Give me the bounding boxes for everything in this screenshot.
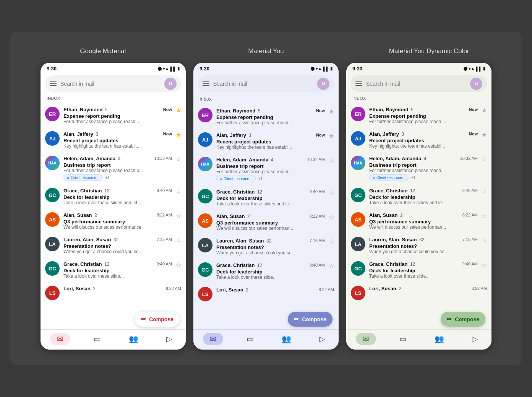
mail-item-1-7[interactable]: GC Grace, Christian 12 9:40 AM Deck for …	[41, 257, 186, 282]
bottom-nav-3: ✉ ▭ 👥 ▷	[346, 329, 491, 350]
nav-video-icon-1: ▷	[166, 334, 172, 343]
mail-time-3-8: 8:22 AM	[472, 286, 487, 291]
mail-item-3-3[interactable]: HAA Helen, Adam, Amanda 4 10:32 AM Busin…	[346, 152, 491, 184]
nav-chat-1[interactable]: ▭	[89, 333, 105, 345]
nav-mail-3[interactable]: ✉	[356, 333, 376, 345]
nav-mail-icon-3: ✉	[363, 334, 369, 343]
star-icon-2-1[interactable]: ★	[329, 107, 334, 115]
status-time-1: 9:30	[47, 66, 57, 72]
star-icon-1-5[interactable]: ☆	[176, 212, 181, 220]
star-icon-2-3[interactable]: ☆	[329, 156, 334, 164]
mail-item-3-6[interactable]: LA Lauren, Alan, Susan 32 7:15 AM Presen…	[346, 233, 491, 257]
nav-mail-2[interactable]: ✉	[203, 333, 223, 345]
mail-avatar-3-4: GC	[351, 188, 365, 202]
star-icon-3-7[interactable]: ☆	[482, 260, 487, 268]
mail-content-2-7: Grace, Christian 12 9:40 AM Deck for lea…	[216, 262, 325, 280]
mail-item-3-8[interactable]: LS Lori, Susan 2 8:22 AM	[346, 282, 491, 303]
mail-item-3-4[interactable]: GC Grace, Christian 12 9:40 AM Deck for …	[346, 184, 491, 208]
user-avatar-3[interactable]: U	[470, 78, 482, 90]
mail-item-3-2[interactable]: AJ Alan, Jeffery 3 Now Recent project up…	[346, 127, 491, 152]
mail-item-2-5[interactable]: AS Alan, Susan 2 8:22 AM Q3 performance …	[193, 210, 339, 234]
mail-subject-1-6: Presentation notes?	[63, 243, 172, 249]
user-avatar-2[interactable]: U	[317, 78, 329, 90]
mail-sender-2-3: Helen, Adam, Amanda 4	[216, 156, 273, 163]
hamburger-icon-1[interactable]	[50, 81, 57, 86]
nav-chat-3[interactable]: ▭	[395, 333, 411, 345]
star-icon-2-7[interactable]: ☆	[329, 262, 334, 270]
nav-chat-icon-2: ▭	[247, 334, 254, 343]
mail-item-3-7[interactable]: GC Grace, Christian 12 9:40 AM Deck for …	[346, 257, 491, 282]
chip-3-3[interactable]: ≡Client resource...	[369, 174, 409, 181]
mail-item-2-2[interactable]: AJ Alan, Jeffery 3 Now Recent project up…	[193, 129, 339, 153]
star-icon-3-1[interactable]: ★	[482, 106, 487, 114]
compose-button-1[interactable]: ✏ Compose	[135, 312, 180, 327]
nav-video-3[interactable]: ▷	[467, 333, 482, 345]
mail-item-1-4[interactable]: GC Grace, Christian 12 9:40 AM Deck for …	[41, 184, 186, 208]
mail-content-2-2: Alan, Jeffery 3 Now Recent project updat…	[216, 132, 325, 150]
status-icons-1: ▾▲ ▌▌ ▮	[158, 66, 180, 71]
mail-item-2-4[interactable]: GC Grace, Christian 12 9:40 AM Deck for …	[193, 185, 339, 210]
mail-item-2-6[interactable]: LA Lauren, Alan, Susan 32 7:15 AM Presen…	[193, 234, 339, 259]
star-icon-2-5[interactable]: ☆	[329, 213, 334, 221]
mail-item-1-6[interactable]: LA Lauren, Alan, Susan 32 7:15 AM Presen…	[41, 233, 186, 257]
star-icon-2-6[interactable]: ☆	[329, 237, 334, 245]
mail-item-2-7[interactable]: GC Grace, Christian 12 9:40 AM Deck for …	[193, 259, 339, 283]
search-bar-2[interactable]: Search in mail U	[198, 75, 334, 92]
star-icon-3-2[interactable]: ★	[482, 130, 487, 138]
star-icon-1-4[interactable]: ☆	[176, 187, 181, 195]
nav-chat-2[interactable]: ▭	[242, 333, 258, 345]
search-bar-3[interactable]: Search in mail U	[351, 75, 487, 92]
mail-subject-2-7: Deck for leadership	[216, 269, 325, 275]
mail-time-3-3: 10:32 AM	[460, 156, 478, 161]
hamburger-icon-2[interactable]	[203, 81, 209, 86]
signal-icon-1: ▌▌	[170, 67, 176, 71]
mail-header-1-3: Helen, Adam, Amanda 4 10:32 AM	[63, 155, 172, 162]
nav-video-1[interactable]: ▷	[162, 333, 177, 345]
battery-icon-1: ▮	[177, 66, 180, 71]
nav-meet-icon-2: 👥	[282, 334, 291, 343]
mail-content-1-7: Grace, Christian 12 9:40 AM Deck for lea…	[63, 260, 172, 279]
star-icon-2-4[interactable]: ☆	[329, 188, 334, 196]
mail-item-1-2[interactable]: AJ Alan, Jeffery 3 Now Recent project up…	[41, 127, 186, 152]
star-icon-3-4[interactable]: ☆	[482, 187, 487, 195]
star-icon-1-3[interactable]: ☆	[176, 155, 181, 163]
star-icon-1-1[interactable]: ★	[176, 106, 181, 114]
mail-item-1-1[interactable]: ER Ethan, Raymond 5 Now Expense report p…	[41, 103, 186, 127]
nav-meet-3[interactable]: 👥	[430, 333, 449, 345]
mail-item-3-1[interactable]: ER Ethan, Raymond 5 Now Expense report p…	[346, 103, 491, 127]
hamburger-icon-3[interactable]	[355, 81, 362, 86]
mail-content-2-1: Ethan, Raymond 5 Now Expense report pend…	[216, 107, 325, 125]
mail-avatar-2-3: HAA	[198, 157, 212, 171]
mail-item-3-5[interactable]: AS Alan, Susan 2 8:22 AM Q3 performance …	[346, 208, 491, 233]
nav-mail-1[interactable]: ✉	[50, 333, 70, 345]
mail-sender-1-6: Lauren, Alan, Susan 32	[63, 236, 118, 243]
user-avatar-1[interactable]: U	[164, 78, 177, 90]
mail-item-2-8[interactable]: LS Lori, Susan 2 8:22 AM	[193, 283, 339, 304]
nav-video-2[interactable]: ▷	[315, 333, 329, 345]
mail-item-1-3[interactable]: HAA Helen, Adam, Amanda 4 10:32 AM Busin…	[41, 152, 186, 184]
mail-item-2-1[interactable]: ER Ethan, Raymond 5 Now Expense report p…	[193, 104, 339, 129]
mail-item-1-8[interactable]: LS Lori, Susan 2 8:22 AM	[41, 282, 186, 303]
mail-preview-2-1: For further assistance please reach ...	[216, 120, 325, 125]
mail-item-1-5[interactable]: AS Alan, Susan 2 8:22 AM Q3 performance …	[41, 208, 186, 233]
chip-2-3[interactable]: ≡Client resource...	[216, 176, 256, 182]
star-icon-3-6[interactable]: ☆	[482, 236, 487, 244]
compose-pencil-icon-2: ✏	[294, 316, 299, 323]
star-icon-1-7[interactable]: ☆	[176, 260, 181, 268]
star-icon-3-3[interactable]: ☆	[482, 155, 487, 163]
status-icons-3: ▾▲ ▌▌ ▮	[464, 66, 485, 71]
mail-subject-1-2: Recent project updates	[63, 138, 172, 143]
star-icon-1-6[interactable]: ☆	[176, 236, 181, 244]
compose-button-2[interactable]: ✏ Compose	[288, 312, 332, 327]
mail-item-2-3[interactable]: HAA Helen, Adam, Amanda 4 10:32 AM Busin…	[193, 153, 339, 185]
compose-button-3[interactable]: ✏ Compose	[441, 312, 485, 327]
star-icon-2-2[interactable]: ★	[329, 132, 334, 140]
star-icon-1-2[interactable]: ★	[176, 130, 181, 138]
mail-content-2-8: Lori, Susan 2 8:22 AM	[216, 286, 334, 293]
nav-meet-1[interactable]: 👥	[124, 333, 143, 345]
chip-1-3[interactable]: ≡Client resource...	[63, 174, 103, 181]
mail-header-3-5: Alan, Susan 2 8:22 AM	[369, 212, 478, 218]
star-icon-3-5[interactable]: ☆	[482, 212, 487, 220]
search-bar-1[interactable]: Search in mail U	[45, 75, 181, 92]
nav-meet-2[interactable]: 👥	[277, 333, 296, 345]
